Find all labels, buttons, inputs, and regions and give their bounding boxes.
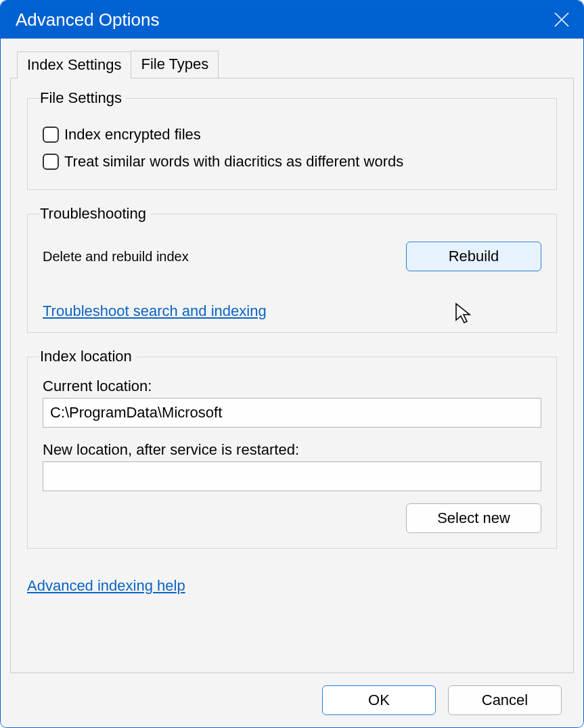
rebuild-button[interactable]: Rebuild [406,242,541,271]
cancel-button[interactable]: Cancel [448,685,562,715]
dialog-footer: OK Cancel [10,673,574,727]
tabs: Index Settings File Types [17,51,574,78]
tab-file-types[interactable]: File Types [131,51,219,78]
advanced-indexing-help-link[interactable]: Advanced indexing help [27,577,557,595]
tab-panel: File Settings Index encrypted files Trea… [10,78,574,673]
troubleshoot-link[interactable]: Troubleshoot search and indexing [43,302,267,320]
close-icon[interactable] [554,12,570,28]
checkbox-row-encrypted[interactable]: Index encrypted files [43,126,541,143]
file-settings-legend: File Settings [40,89,126,107]
troubleshooting-legend: Troubleshooting [40,205,150,223]
new-location-field[interactable] [43,461,541,491]
file-settings-group: File Settings Index encrypted files Trea… [27,89,557,190]
advanced-options-dialog: Advanced Options Index Settings File Typ… [0,0,584,728]
index-location-group: Index location Current location: C:\Prog… [27,348,557,549]
current-location-field[interactable]: C:\ProgramData\Microsoft [43,398,541,428]
titlebar: Advanced Options [1,1,583,39]
tab-index-settings[interactable]: Index Settings [17,51,131,78]
delete-rebuild-label: Delete and rebuild index [43,249,189,265]
checkbox-label-encrypted: Index encrypted files [64,126,201,143]
checkbox-icon[interactable] [43,154,59,170]
checkbox-label-diacritics: Treat similar words with diacritics as d… [64,153,403,170]
checkbox-icon[interactable] [43,127,59,143]
current-location-label: Current location: [43,378,541,395]
new-location-label: New location, after service is restarted… [43,441,541,459]
current-location-value: C:\ProgramData\Microsoft [50,404,222,422]
select-new-button[interactable]: Select new [406,503,541,533]
ok-button[interactable]: OK [322,685,436,715]
window-title: Advanced Options [16,9,159,30]
dialog-body: Index Settings File Types File Settings … [1,39,583,727]
checkbox-row-diacritics[interactable]: Treat similar words with diacritics as d… [43,153,541,170]
index-location-legend: Index location [40,348,136,365]
troubleshooting-group: Troubleshooting Delete and rebuild index… [27,205,557,333]
